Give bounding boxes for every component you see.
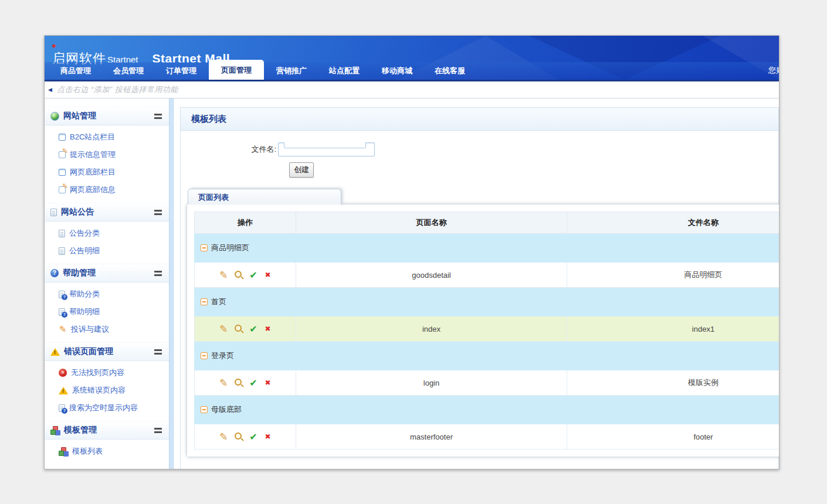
preview-magnifier-icon[interactable]	[234, 378, 243, 387]
panel-title: 模板列表	[181, 108, 778, 131]
delete-x-icon[interactable]	[264, 325, 272, 333]
sidebar-section-label: 错误页面管理	[64, 346, 113, 357]
preview-magnifier-icon[interactable]	[234, 432, 243, 441]
nav-tab[interactable]: 站点配置	[319, 62, 370, 80]
sidebar-item[interactable]: 帮助分类	[45, 285, 169, 303]
actions-cell	[195, 316, 296, 342]
section-menu-icon[interactable]	[154, 428, 162, 433]
confirm-check-icon[interactable]	[249, 432, 259, 442]
nav-tab[interactable]: 订单管理	[156, 62, 206, 80]
main-nav: 商品管理会员管理订单管理页面管理营销推广站点配置移动商城在线客服 您好	[45, 62, 779, 80]
file-name-cell: footer	[567, 424, 780, 449]
document-icon	[59, 230, 65, 237]
sidebar-item[interactable]: 搜索为空时显示内容	[45, 399, 169, 417]
edit-note-icon	[59, 186, 66, 193]
table-group-row[interactable]: 登录页	[195, 342, 780, 370]
sidebar: 网站管理B2C站点栏目提示信息管理网页底部栏目网页底部信息网站公告公告分类公告明…	[45, 98, 169, 469]
help-doc-icon	[59, 404, 65, 412]
edit-pencil-icon[interactable]	[219, 378, 229, 388]
page-name-cell: masterfooter	[296, 424, 567, 449]
globe-icon	[50, 112, 59, 121]
warning-icon	[50, 348, 60, 356]
sidebar-section-label: 网站管理	[63, 111, 96, 121]
sidebar-item[interactable]: 公告分类	[45, 224, 169, 242]
sidebar-item[interactable]: 网页底部信息	[45, 181, 169, 199]
nav-tab[interactable]: 会员管理	[103, 62, 154, 80]
warning-icon	[59, 387, 68, 394]
confirm-check-icon[interactable]	[249, 324, 259, 334]
nav-tab[interactable]: 商品管理	[50, 62, 101, 80]
preview-magnifier-icon[interactable]	[234, 270, 243, 280]
page-name-cell: goodsdetail	[296, 263, 567, 288]
section-menu-icon[interactable]	[154, 114, 162, 119]
group-collapse-icon[interactable]	[201, 244, 208, 251]
nav-tab[interactable]: 营销推广	[266, 62, 317, 80]
edit-pencil-icon[interactable]	[219, 324, 229, 334]
delete-x-icon[interactable]	[264, 271, 272, 279]
nav-tab[interactable]: 移动商城	[372, 62, 422, 80]
sidebar-section-header[interactable]: 网站管理	[45, 107, 169, 125]
collapse-arrow-icon[interactable]: ◀	[48, 87, 52, 93]
delete-x-icon[interactable]	[264, 379, 272, 387]
sidebar-section-label: 帮助管理	[63, 268, 96, 278]
file-name-cell: 商品明细页	[567, 263, 780, 288]
sidebar-item-label: 模板列表	[72, 446, 103, 457]
tab-page-list[interactable]: 页面列表	[188, 189, 341, 205]
table-group-row[interactable]: 母版底部	[195, 396, 780, 424]
sidebar-item[interactable]: 系统错误页内容	[45, 382, 169, 399]
table-data-row: login模版实例	[195, 370, 780, 396]
sidebar-item-label: 公告明细	[69, 246, 100, 256]
panel-icon	[59, 134, 66, 141]
confirm-check-icon[interactable]	[249, 378, 259, 388]
pencil-icon	[59, 325, 67, 333]
nav-tab[interactable]: 在线客服	[425, 62, 475, 80]
sidebar-item[interactable]: 模板列表	[45, 442, 169, 460]
nav-tab[interactable]: 页面管理	[209, 60, 264, 80]
sidebar-item-label: 提示信息管理	[70, 149, 116, 160]
sidebar-item[interactable]: 帮助明细	[45, 303, 169, 321]
sidebar-item-label: 网页底部栏目	[70, 167, 116, 178]
confirm-check-icon[interactable]	[249, 270, 259, 280]
table-data-row: goodsdetail商品明细页	[195, 263, 780, 288]
edit-note-icon	[59, 151, 66, 158]
delete-x-icon[interactable]	[264, 433, 272, 441]
table-group-row[interactable]: 商品明细页	[195, 234, 780, 263]
table-group-row[interactable]: 首页	[195, 288, 780, 316]
sidebar-section-header[interactable]: 错误页面管理	[45, 342, 169, 361]
sidebar-item[interactable]: 无法找到页内容	[45, 364, 169, 382]
sidebar-item-label: 帮助分类	[69, 289, 100, 299]
breadcrumb-hint: 点击右边 “添加” 按钮选择常用功能	[57, 84, 178, 95]
document-icon	[59, 247, 65, 255]
group-collapse-icon[interactable]	[201, 352, 208, 359]
templates-icon	[50, 426, 60, 435]
page-name-cell: index	[296, 316, 567, 342]
sidebar-item[interactable]: 网页底部栏目	[45, 164, 169, 181]
sidebar-section-header[interactable]: 网站公告	[45, 203, 169, 222]
section-menu-icon[interactable]	[154, 271, 162, 276]
edit-pencil-icon[interactable]	[219, 270, 229, 280]
group-label: 商品明细页	[211, 243, 249, 253]
create-button[interactable]: 创建	[289, 162, 314, 178]
actions-cell	[195, 263, 296, 288]
group-collapse-icon[interactable]	[201, 406, 208, 413]
section-menu-icon[interactable]	[154, 210, 162, 215]
section-menu-icon[interactable]	[154, 349, 162, 355]
sidebar-item-label: 搜索为空时显示内容	[69, 403, 138, 413]
sidebar-section-header[interactable]: 帮助管理	[45, 264, 169, 282]
preview-magnifier-icon[interactable]	[234, 324, 243, 333]
clipped-input[interactable]	[284, 142, 366, 148]
sidebar-item-label: B2C站点栏目	[70, 132, 115, 142]
sidebar-splitter[interactable]	[169, 98, 174, 469]
app-header: ★ 启网软件 Startnet Startnet Mall 商品管理会员管理订单…	[45, 36, 779, 80]
sidebar-item-label: 无法找到页内容	[71, 367, 124, 378]
sidebar-item[interactable]: 公告明细	[45, 242, 169, 260]
document-icon	[50, 209, 57, 216]
sidebar-item[interactable]: B2C站点栏目	[45, 128, 169, 146]
edit-pencil-icon[interactable]	[219, 432, 229, 442]
sidebar-item-label: 网页底部信息	[70, 185, 116, 195]
sidebar-section-header[interactable]: 模板管理	[45, 421, 169, 440]
sidebar-item[interactable]: 投诉与建议	[45, 321, 169, 338]
sidebar-item[interactable]: 提示信息管理	[45, 146, 169, 164]
table-data-row: indexindex1	[195, 316, 780, 342]
group-collapse-icon[interactable]	[201, 298, 208, 305]
